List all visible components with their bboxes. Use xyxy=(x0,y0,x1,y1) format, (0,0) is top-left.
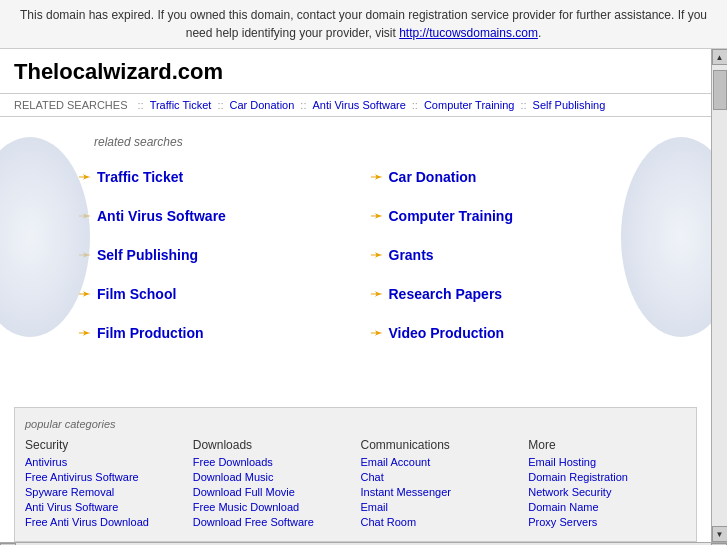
main-content: related searches ➛ Traffic Ticket ➛ Car … xyxy=(0,117,711,397)
category-header-more: More xyxy=(528,438,686,452)
category-header-downloads: Downloads xyxy=(193,438,351,452)
related-label: RELATED SEARCHES xyxy=(14,99,128,111)
scroll-down-button[interactable]: ▼ xyxy=(712,526,728,542)
searches-section-title: related searches xyxy=(14,135,697,149)
separator-3: :: xyxy=(300,99,306,111)
vertical-scrollbar[interactable]: ▲ ▼ xyxy=(711,49,727,542)
cat-link-free-music[interactable]: Free Music Download xyxy=(193,501,351,513)
separator-1: :: xyxy=(138,99,144,111)
search-link-research-papers[interactable]: Research Papers xyxy=(389,286,503,302)
list-item: ➛ Traffic Ticket xyxy=(74,159,346,194)
cat-link-chat-room[interactable]: Chat Room xyxy=(361,516,519,528)
search-link-film-school[interactable]: Film School xyxy=(97,286,176,302)
searches-grid: ➛ Traffic Ticket ➛ Car Donation ➛ Anti V… xyxy=(14,159,697,350)
cat-link-download-movie[interactable]: Download Full Movie xyxy=(193,486,351,498)
category-col-more: More Email Hosting Domain Registration N… xyxy=(528,438,686,531)
list-item: ➛ Computer Training xyxy=(366,198,638,233)
cat-link-free-software[interactable]: Download Free Software xyxy=(193,516,351,528)
cat-link-free-antivirus[interactable]: Free Antivirus Software xyxy=(25,471,183,483)
category-col-security: Security Antivirus Free Antivirus Softwa… xyxy=(25,438,183,531)
list-item: ➛ Film School xyxy=(74,276,346,311)
category-header-communications: Communications xyxy=(361,438,519,452)
list-item: ➛ Anti Virus Software xyxy=(74,198,346,233)
scroll-track[interactable] xyxy=(712,65,727,526)
cat-link-instant-messenger[interactable]: Instant Messenger xyxy=(361,486,519,498)
list-item: ➛ Car Donation xyxy=(366,159,638,194)
cat-link-email-hosting[interactable]: Email Hosting xyxy=(528,456,686,468)
separator-4: :: xyxy=(412,99,418,111)
list-item: ➛ Self Publishing xyxy=(74,237,346,272)
separator-5: :: xyxy=(520,99,526,111)
cat-link-free-antivirus-download[interactable]: Free Anti Virus Download xyxy=(25,516,183,528)
popular-section-title: popular categories xyxy=(25,418,686,430)
search-link-computer-training[interactable]: Computer Training xyxy=(389,208,513,224)
notice-bar: This domain has expired. If you owned th… xyxy=(0,0,727,49)
content-area: Thelocalwizard.com RELATED SEARCHES :: T… xyxy=(0,49,711,542)
cat-link-free-downloads[interactable]: Free Downloads xyxy=(193,456,351,468)
related-searches-bar: RELATED SEARCHES :: Traffic Ticket :: Ca… xyxy=(0,93,711,117)
arrow-icon: ➛ xyxy=(370,206,383,225)
related-link-car-donation[interactable]: Car Donation xyxy=(230,99,295,111)
list-item: ➛ Film Production xyxy=(74,315,346,350)
category-header-security: Security xyxy=(25,438,183,452)
popular-categories-section: popular categories Security Antivirus Fr… xyxy=(14,407,697,542)
search-link-film-production[interactable]: Film Production xyxy=(97,325,204,341)
cat-link-email[interactable]: Email xyxy=(361,501,519,513)
scroll-up-button[interactable]: ▲ xyxy=(712,49,728,65)
searches-container: related searches ➛ Traffic Ticket ➛ Car … xyxy=(0,127,711,358)
related-link-computer-training[interactable]: Computer Training xyxy=(424,99,515,111)
notice-text: This domain has expired. If you owned th… xyxy=(20,8,707,40)
arrow-icon: ➛ xyxy=(370,323,383,342)
cat-link-download-music[interactable]: Download Music xyxy=(193,471,351,483)
list-item: ➛ Research Papers xyxy=(366,276,638,311)
site-title: Thelocalwizard.com xyxy=(0,49,711,93)
arrow-icon: ➛ xyxy=(370,245,383,264)
category-col-communications: Communications Email Account Chat Instan… xyxy=(361,438,519,531)
cat-link-network-security[interactable]: Network Security xyxy=(528,486,686,498)
search-link-anti-virus[interactable]: Anti Virus Software xyxy=(97,208,226,224)
cat-link-domain-registration[interactable]: Domain Registration xyxy=(528,471,686,483)
cat-link-chat[interactable]: Chat xyxy=(361,471,519,483)
cat-link-antivirus[interactable]: Antivirus xyxy=(25,456,183,468)
search-link-video-production[interactable]: Video Production xyxy=(389,325,505,341)
notice-link[interactable]: http://tucowsdomains.com xyxy=(399,26,538,40)
cat-link-proxy-servers[interactable]: Proxy Servers xyxy=(528,516,686,528)
cat-link-email-account[interactable]: Email Account xyxy=(361,456,519,468)
arrow-icon: ➛ xyxy=(78,323,91,342)
cat-link-domain-name[interactable]: Domain Name xyxy=(528,501,686,513)
related-link-traffic-ticket[interactable]: Traffic Ticket xyxy=(150,99,212,111)
search-link-grants[interactable]: Grants xyxy=(389,247,434,263)
categories-grid: Security Antivirus Free Antivirus Softwa… xyxy=(25,438,686,531)
list-item: ➛ Video Production xyxy=(366,315,638,350)
related-link-self-publishing[interactable]: Self Publishing xyxy=(533,99,606,111)
search-link-self-publishing[interactable]: Self Publishing xyxy=(97,247,198,263)
scroll-thumb[interactable] xyxy=(713,70,727,110)
arrow-icon: ➛ xyxy=(370,167,383,186)
list-item: ➛ Grants xyxy=(366,237,638,272)
related-link-anti-virus[interactable]: Anti Virus Software xyxy=(312,99,405,111)
arrow-icon: ➛ xyxy=(370,284,383,303)
search-link-car-donation[interactable]: Car Donation xyxy=(389,169,477,185)
separator-2: :: xyxy=(217,99,223,111)
cat-link-spyware[interactable]: Spyware Removal xyxy=(25,486,183,498)
search-link-traffic-ticket[interactable]: Traffic Ticket xyxy=(97,169,183,185)
cat-link-antivirus-software[interactable]: Anti Virus Software xyxy=(25,501,183,513)
category-col-downloads: Downloads Free Downloads Download Music … xyxy=(193,438,351,531)
